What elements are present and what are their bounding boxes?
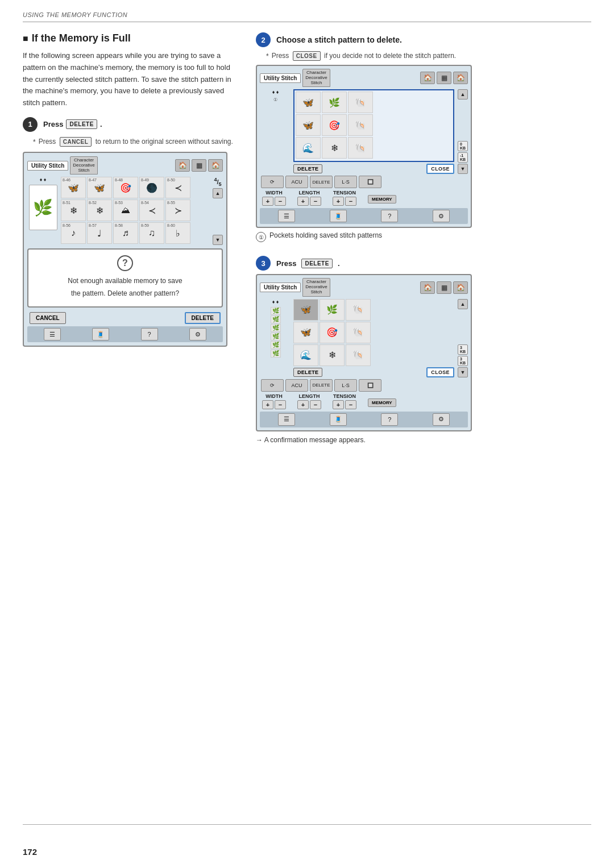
stitch-pocket-6[interactable]: 🐚 (348, 114, 373, 136)
screen-delete-btn-2[interactable]: DELETE (293, 164, 322, 173)
width-plus-3[interactable]: + (262, 400, 273, 409)
scroll-down-btn-3[interactable]: ▼ (458, 367, 468, 377)
icon-btn-house[interactable]: 🏠 (175, 159, 190, 172)
stitch-pocket-8[interactable]: ❄ (322, 137, 347, 159)
scroll-down-btn[interactable]: ▼ (213, 235, 223, 245)
stitch-cell[interactable]: 8-49🌑 (139, 177, 164, 198)
stitch-cell[interactable]: 8-50≺ (165, 177, 190, 198)
length-minus-3[interactable]: − (310, 400, 321, 409)
sec-btn-3-delete[interactable]: DELETE (310, 379, 333, 392)
sec-btn-3-1[interactable]: ⟳ (261, 379, 284, 392)
stitch-pocket-9[interactable]: 🐚 (348, 137, 373, 159)
tension-minus-2[interactable]: − (345, 197, 356, 206)
memory-btn-3[interactable]: MEMORY (368, 398, 396, 407)
tab-utility-2[interactable]: Utility Stitch (260, 73, 301, 83)
tension-plus-3[interactable]: + (333, 400, 344, 409)
stitch-pocket-4[interactable]: 🦋 (296, 114, 321, 136)
length-plus-3[interactable]: + (297, 400, 309, 409)
stitch-cell[interactable]: 8-52❄ (87, 200, 112, 221)
stitch-pocket-5[interactable]: 🎯 (322, 114, 347, 136)
stitch-cell-3h[interactable]: ❄ (320, 344, 345, 366)
icon-btn-home2-2[interactable]: 🏠 (453, 72, 468, 84)
scroll-up-btn[interactable]: ▲ (213, 188, 223, 198)
sec-btn-2[interactable]: ACU (285, 176, 308, 188)
icon-btn-house-3[interactable]: 🏠 (420, 281, 435, 294)
stitch-cell-3f[interactable]: 🐚 (346, 322, 371, 343)
stitch-cell[interactable]: 8-59♫ (139, 222, 164, 244)
width-minus-2[interactable]: − (275, 197, 286, 206)
stitch-cell-3b[interactable]: 🌿 (320, 299, 345, 321)
icon-btn-house-2[interactable]: 🏠 (420, 72, 435, 84)
tension-minus-3[interactable]: − (345, 400, 356, 409)
stitch-cell-3d[interactable]: 🦋 (293, 322, 318, 343)
icon-btn-grid-3[interactable]: ▦ (437, 281, 451, 294)
screen-close-btn-2[interactable]: CLOSE (426, 164, 454, 174)
width-plus-2[interactable]: + (262, 197, 273, 206)
close-btn-step2[interactable]: CLOSE (293, 51, 321, 61)
sec-btn-pattern[interactable]: 🔲 (359, 176, 381, 188)
nav-question-icon[interactable]: ? (141, 328, 158, 340)
nav-sewing-icon-3[interactable]: 🧵 (330, 413, 347, 426)
sec-btn-ls[interactable]: L·S (334, 176, 357, 188)
nav-sewing-icon-2[interactable]: 🧵 (330, 210, 347, 222)
stitch-cell[interactable]: 8-53⛰ (113, 200, 138, 221)
scroll-down-btn-2[interactable]: ▼ (458, 164, 468, 174)
nav-settings-icon[interactable]: ⚙ (189, 328, 206, 340)
width-minus-3[interactable]: − (275, 400, 286, 409)
stitch-pocket-3[interactable]: 🐚 (348, 92, 373, 113)
stitch-cell[interactable]: 8-47🦋 (87, 177, 112, 198)
sec-btn-1[interactable]: ⟳ (261, 176, 284, 188)
icon-btn-home2[interactable]: 🏠 (208, 159, 223, 172)
nav-sewing-icon[interactable]: 🧵 (92, 328, 109, 340)
delete-button[interactable]: DELETE (185, 312, 221, 324)
stitch-pocket-2[interactable]: 🌿 (322, 92, 347, 113)
sec-btn-3-ls[interactable]: L·S (334, 379, 357, 392)
nav-question-icon-2[interactable]: ? (381, 210, 398, 222)
cancel-btn-inline[interactable]: CANCEL (60, 137, 92, 147)
sec-btn-3-2[interactable]: ACU (285, 379, 308, 392)
stitch-cell[interactable]: 8-54≺ (139, 200, 164, 221)
icon-btn-home2-3[interactable]: 🏠 (453, 281, 468, 294)
stitch-cell[interactable]: 8-46🦋 (61, 177, 86, 198)
stitch-cell[interactable]: 8-56♪ (61, 222, 86, 244)
tab-char-1[interactable]: CharacterDecorativeStitch (70, 156, 97, 175)
stitch-pocket-7[interactable]: 🌊 (296, 137, 321, 159)
stitch-cell[interactable]: 8-60♭ (165, 222, 190, 244)
stitch-pocket-1[interactable]: 🦋 (296, 92, 321, 113)
nav-settings-icon-3[interactable]: ⚙ (433, 413, 450, 426)
scroll-up-btn-2[interactable]: ▲ (458, 89, 468, 99)
step1-delete-btn[interactable]: DELETE (66, 119, 97, 129)
nav-menu-icon-2[interactable]: ☰ (278, 210, 295, 222)
memory-btn-2[interactable]: MEMORY (368, 195, 396, 203)
sec-btn-delete[interactable]: DELETE (310, 176, 333, 188)
screen-close-btn-3[interactable]: CLOSE (426, 367, 454, 377)
length-minus-2[interactable]: − (310, 197, 321, 206)
tab-utility-3[interactable]: Utility Stitch (260, 283, 301, 292)
stitch-cell[interactable]: 8-55≻ (165, 200, 190, 221)
stitch-cell-3i[interactable]: 🐚 (346, 344, 371, 366)
step3-delete-btn[interactable]: DELETE (301, 259, 332, 268)
screen-delete-btn-3[interactable]: DELETE (293, 368, 322, 377)
cancel-button[interactable]: CANCEL (30, 312, 66, 324)
stitch-cell-3c[interactable]: 🐚 (346, 299, 371, 321)
tab-char-3[interactable]: CharacterDecorativeStitch (302, 278, 330, 296)
stitch-cell[interactable]: 8-58♬ (113, 222, 138, 244)
tab-char-2[interactable]: CharacterDecorativeStitch (302, 69, 330, 87)
tension-plus-2[interactable]: + (333, 197, 344, 206)
tab-utility-1[interactable]: Utility Stitch (27, 161, 68, 171)
stitch-highlighted[interactable]: 🦋 (293, 299, 318, 321)
nav-menu-icon-3[interactable]: ☰ (278, 413, 295, 426)
icon-btn-grid[interactable]: ▦ (192, 159, 206, 172)
icon-btn-grid-2[interactable]: ▦ (437, 72, 451, 84)
stitch-cell-3g[interactable]: 🌊 (293, 344, 318, 366)
nav-settings-icon-2[interactable]: ⚙ (433, 210, 450, 222)
stitch-cell-3e[interactable]: 🎯 (320, 322, 345, 343)
sec-btn-3-pattern[interactable]: 🔲 (359, 379, 381, 392)
nav-question-icon-3[interactable]: ? (381, 413, 398, 426)
nav-menu-icon[interactable]: ☰ (44, 328, 61, 340)
stitch-cell[interactable]: 8-57♩ (87, 222, 112, 244)
stitch-cell[interactable]: 8-51❄ (61, 200, 86, 221)
scroll-up-btn-3[interactable]: ▲ (458, 299, 468, 309)
length-plus-2[interactable]: + (297, 197, 309, 206)
stitch-cell[interactable]: 8-48🎯 (113, 177, 138, 198)
